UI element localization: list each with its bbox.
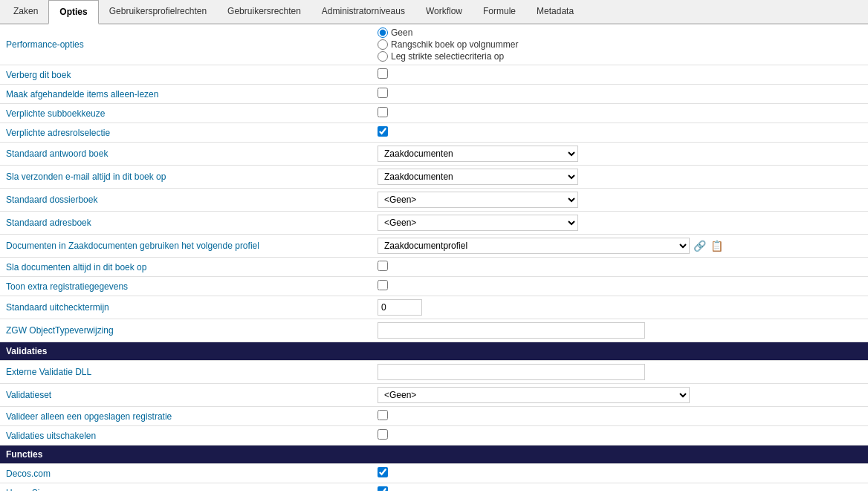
- label-ext-validatie: Externe Validatie DLL: [0, 361, 372, 384]
- tab-administratorniveaus[interactable]: Administratorniveaus: [311, 0, 415, 25]
- value-validaties-uitschakelen: [372, 426, 868, 446]
- radio-geen-row: Geen: [378, 27, 862, 38]
- performance-label: Performance-opties: [0, 25, 372, 65]
- checkbox-maak-afgehandelde[interactable]: [378, 88, 388, 98]
- label-sla-documenten: Sla documenten altijd in dit boek op: [0, 258, 372, 277]
- value-decos: [372, 464, 868, 483]
- row-verzonden-email: Sla verzonden e-mail altijd in dit boek …: [0, 166, 868, 189]
- settings-table: Performance-opties Geen Rangschik boek o…: [0, 25, 868, 491]
- performance-radio-group: Geen Rangschik boek op volgnummer Leg st…: [378, 27, 862, 62]
- select-adresboek[interactable]: <Geen>: [378, 215, 578, 231]
- label-toon-extra: Toon extra registratiegegevens: [0, 277, 372, 296]
- radio-geen-label: Geen: [391, 27, 412, 38]
- tab-zaken[interactable]: Zaken: [3, 0, 48, 25]
- documenten-profiel-group: Zaakdocumentprofiel 🔗 📋: [378, 238, 862, 254]
- input-uitchecktermijn[interactable]: [378, 299, 422, 316]
- checkbox-valideer-alleen[interactable]: [378, 410, 388, 420]
- row-dossierboek: Standaard dossierboek <Geen>: [0, 189, 868, 212]
- tab-formule[interactable]: Formule: [473, 0, 526, 25]
- copy-icon-button[interactable]: 📋: [710, 239, 724, 252]
- label-validatieset: Validatieset: [0, 384, 372, 407]
- select-antwoord-boek[interactable]: Zaakdocumenten: [378, 146, 578, 162]
- select-validatieset[interactable]: <Geen>: [378, 387, 690, 403]
- checkbox-decos[interactable]: [378, 467, 388, 477]
- row-verberg: Verberg dit boek: [0, 65, 868, 85]
- label-adresrolselectie: Verplichte adresrolselectie: [0, 123, 372, 143]
- label-decos: Decos.com: [0, 464, 372, 483]
- row-maak-afgehandelde: Maak afgehandelde items alleen-lezen: [0, 85, 868, 104]
- checkbox-toon-extra[interactable]: [378, 280, 388, 290]
- select-verzonden-email[interactable]: Zaakdocumenten: [378, 169, 578, 185]
- row-validaties-uitschakelen: Validaties uitschakelen: [0, 426, 868, 446]
- row-valideer-alleen: Valideer alleen een opgeslagen registrat…: [0, 407, 868, 426]
- performance-value: Geen Rangschik boek op volgnummer Leg st…: [372, 25, 868, 65]
- label-verzonden-email: Sla verzonden e-mail altijd in dit boek …: [0, 166, 372, 189]
- value-sla-documenten: [372, 258, 868, 277]
- row-antwoord-boek: Standaard antwoord boek Zaakdocumenten: [0, 143, 868, 166]
- input-ext-validatie[interactable]: [378, 364, 645, 380]
- row-sla-documenten: Sla documenten altijd in dit boek op: [0, 258, 868, 277]
- select-dossierboek[interactable]: <Geen>: [378, 192, 578, 208]
- value-verberg: [372, 65, 868, 85]
- checkbox-adresrolselectie[interactable]: [378, 126, 388, 137]
- tab-bar: Zaken Opties Gebruikersprofielrechten Ge…: [0, 0, 868, 25]
- row-subboekkeuze: Verplichte subboekkeuze: [0, 104, 868, 123]
- label-uitchecktermijn: Standaard uitchecktermijn: [0, 296, 372, 319]
- link-icon-button[interactable]: 🔗: [693, 239, 707, 252]
- tab-gebruikersprofielrechten[interactable]: Gebruikersprofielrechten: [99, 0, 217, 25]
- label-subboekkeuze: Verplichte subboekkeuze: [0, 104, 372, 123]
- tab-gebruikersrechten[interactable]: Gebruikersrechten: [217, 0, 311, 25]
- value-subboekkeuze: [372, 104, 868, 123]
- label-dossierboek: Standaard dossierboek: [0, 189, 372, 212]
- row-happysign: HappySign: [0, 483, 868, 492]
- section-functies: Functies: [0, 446, 868, 464]
- radio-rangschik-label: Rangschik boek op volgnummer: [391, 39, 518, 50]
- section-functies-header: Functies: [0, 446, 868, 464]
- value-maak-afgehandelde: [372, 85, 868, 104]
- value-toon-extra: [372, 277, 868, 296]
- label-validaties-uitschakelen: Validaties uitschakelen: [0, 426, 372, 446]
- checkbox-subboekkeuze[interactable]: [378, 107, 388, 117]
- value-validatieset: <Geen>: [372, 384, 868, 407]
- value-antwoord-boek: Zaakdocumenten: [372, 143, 868, 166]
- performance-row: Performance-opties Geen Rangschik boek o…: [0, 25, 868, 65]
- row-ext-validatie: Externe Validatie DLL: [0, 361, 868, 384]
- radio-leg[interactable]: [378, 51, 388, 62]
- content-area: Performance-opties Geen Rangschik boek o…: [0, 25, 868, 491]
- radio-rangschik[interactable]: [378, 39, 388, 50]
- label-antwoord-boek: Standaard antwoord boek: [0, 143, 372, 166]
- label-valideer-alleen: Valideer alleen een opgeslagen registrat…: [0, 407, 372, 426]
- value-zgw-object: [372, 319, 868, 342]
- value-dossierboek: <Geen>: [372, 189, 868, 212]
- value-adresrolselectie: [372, 123, 868, 143]
- radio-rangschik-row: Rangschik boek op volgnummer: [378, 39, 862, 50]
- value-uitchecktermijn: [372, 296, 868, 319]
- checkbox-happysign[interactable]: [378, 486, 388, 491]
- row-adresboek: Standaard adresboek <Geen>: [0, 212, 868, 235]
- value-happysign: [372, 483, 868, 492]
- label-happysign: HappySign: [0, 483, 372, 492]
- row-validatieset: Validatieset <Geen>: [0, 384, 868, 407]
- value-valideer-alleen: [372, 407, 868, 426]
- section-validaties: Validaties: [0, 342, 868, 361]
- value-adresboek: <Geen>: [372, 212, 868, 235]
- radio-geen[interactable]: [378, 27, 388, 38]
- input-zgw-object[interactable]: [378, 322, 645, 339]
- value-verzonden-email: Zaakdocumenten: [372, 166, 868, 189]
- label-zgw-object: ZGW ObjectTypeverwijzing: [0, 319, 372, 342]
- section-validaties-header: Validaties: [0, 342, 868, 361]
- label-adresboek: Standaard adresboek: [0, 212, 372, 235]
- row-zgw-object: ZGW ObjectTypeverwijzing: [0, 319, 868, 342]
- tab-workflow[interactable]: Workflow: [415, 0, 473, 25]
- select-documenten-profiel[interactable]: Zaakdocumentprofiel: [378, 238, 690, 254]
- label-documenten-profiel: Documenten in Zaakdocumenten gebruiken h…: [0, 235, 372, 258]
- row-adresrolselectie: Verplichte adresrolselectie: [0, 123, 868, 143]
- value-ext-validatie: [372, 361, 868, 384]
- checkbox-validaties-uitschakelen[interactable]: [378, 429, 388, 440]
- tab-opties[interactable]: Opties: [48, 0, 98, 25]
- checkbox-sla-documenten[interactable]: [378, 261, 388, 271]
- label-verberg: Verberg dit boek: [0, 65, 372, 85]
- checkbox-verberg[interactable]: [378, 68, 388, 79]
- tab-metadata[interactable]: Metadata: [526, 0, 584, 25]
- radio-leg-row: Leg strikte selectiecriteria op: [378, 51, 862, 62]
